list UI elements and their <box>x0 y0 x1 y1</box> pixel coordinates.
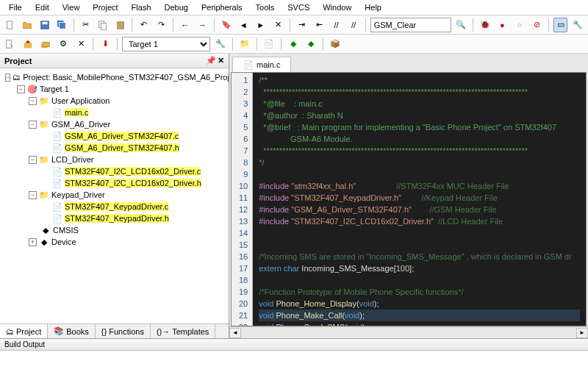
tree-node[interactable]: −🗂Project: Basic_MobilePhone_STM32F407_G… <box>1 71 227 83</box>
code-content[interactable]: /** ************************************… <box>253 73 586 326</box>
menu-window[interactable]: Window <box>317 1 357 13</box>
collapse-icon[interactable]: − <box>5 74 10 82</box>
expand-icon[interactable]: + <box>29 238 37 246</box>
panel-close-icon[interactable]: ✕ <box>218 56 224 65</box>
rebuild-icon[interactable] <box>38 37 53 51</box>
tree-label: LCD_Driver <box>51 155 93 164</box>
scroll-left-icon[interactable]: ◄ <box>229 328 241 338</box>
menu-debug[interactable]: Debug <box>159 1 194 13</box>
tree-label: CMSIS <box>53 226 79 235</box>
tree-node[interactable]: −🎯Target 1 <box>1 83 227 95</box>
code-editor[interactable]: 1234567891011121314151617181920212223242… <box>231 72 587 326</box>
menu-file[interactable]: File <box>3 1 28 13</box>
find-next-icon[interactable]: 🔍 <box>454 18 468 32</box>
tree-label: Keypad_Driver <box>51 190 105 199</box>
build-output-content[interactable] <box>0 351 588 372</box>
horizontal-scrollbar[interactable]: ◄ ► <box>229 326 588 338</box>
nav-fwd-icon[interactable]: → <box>196 18 209 32</box>
save-icon[interactable] <box>37 18 51 32</box>
tree-node[interactable]: 📄main.c <box>1 107 227 118</box>
paste-icon[interactable] <box>113 18 127 32</box>
collapse-icon[interactable]: − <box>29 156 37 164</box>
config-icon[interactable]: 🔧 <box>570 18 584 32</box>
project-tab-books[interactable]: 📚Books <box>48 324 96 338</box>
tree-icon: 📄 <box>52 143 62 153</box>
build-batch-icon[interactable]: ⚙ <box>56 37 71 51</box>
target-select[interactable]: Target 1 <box>122 37 210 51</box>
tree-node[interactable]: −📁Keypad_Driver <box>1 189 227 201</box>
menu-peripherals[interactable]: Peripherals <box>196 1 248 13</box>
tree-node[interactable]: −📁GSM_A6_Driver <box>1 118 227 130</box>
comment-icon[interactable]: // <box>329 18 343 32</box>
project-tree[interactable]: −🗂Project: Basic_MobilePhone_STM32F407_G… <box>0 68 229 323</box>
tree-node[interactable]: 📄GSM_A6_Driver_STM32F407.c <box>1 130 227 142</box>
outdent-icon[interactable]: ⇤ <box>312 18 326 32</box>
nav-back-icon[interactable]: ← <box>178 18 192 32</box>
collapse-icon[interactable]: − <box>29 97 37 105</box>
menu-view[interactable]: View <box>57 1 86 13</box>
window-icon[interactable]: ▭ <box>553 18 567 32</box>
save-all-icon[interactable] <box>54 18 68 32</box>
tree-node[interactable]: 📄STM32F407_I2C_LCD16x02_Driver.c <box>1 165 227 177</box>
menu-tools[interactable]: Tools <box>250 1 281 13</box>
tree-icon: 📄 <box>52 107 62 118</box>
books-icon[interactable]: ◆ <box>286 37 301 51</box>
tree-node[interactable]: 📄GSM_A6_Driver_STM32F407.h <box>1 142 227 154</box>
build-icon[interactable] <box>21 37 35 51</box>
debug-icon[interactable]: 🐞 <box>478 18 492 32</box>
uncomment-icon[interactable]: // <box>346 18 360 32</box>
find-combo[interactable] <box>370 18 451 32</box>
download-icon[interactable]: ⬇ <box>98 37 112 51</box>
collapse-icon[interactable]: − <box>29 191 37 199</box>
project-tabs: 🗂Project📚Books{}Functions()→Templates <box>0 323 229 338</box>
menu-edit[interactable]: Edit <box>29 1 55 13</box>
tree-node[interactable]: −📁LCD_Driver <box>1 154 227 165</box>
scroll-right-icon[interactable]: ► <box>576 328 588 338</box>
menu-flash[interactable]: Flash <box>126 1 157 13</box>
tree-label: STM32F407_I2C_LCD16x02_Driver.h <box>65 179 201 187</box>
bookmark-prev-icon[interactable]: ◄ <box>237 18 251 32</box>
undo-icon[interactable]: ↶ <box>137 18 151 32</box>
translate-icon[interactable] <box>3 37 18 51</box>
project-tab-project[interactable]: 🗂Project <box>0 324 48 338</box>
tree-node[interactable]: 📄STM32F407_KeypadDriver.c <box>1 201 227 212</box>
new-file-icon[interactable] <box>3 18 17 32</box>
tree-label: Project: Basic_MobilePhone_STM32F407_GSM… <box>23 73 229 82</box>
indent-icon[interactable]: ⇥ <box>295 18 309 32</box>
bookmark-icon[interactable]: 🔖 <box>219 18 233 32</box>
redo-icon[interactable]: ↷ <box>154 18 168 32</box>
tree-icon: 📄 <box>52 131 62 141</box>
project-tab-functions[interactable]: {}Functions <box>96 324 151 338</box>
panel-pin-icon[interactable]: 📌 <box>206 56 216 65</box>
collapse-icon[interactable]: − <box>17 85 25 93</box>
breakpoint-kill-icon[interactable]: ⊘ <box>530 18 544 32</box>
pack-installer-icon[interactable]: 📦 <box>328 37 343 51</box>
manage-rte-icon[interactable]: ◆ <box>304 37 318 51</box>
bookmark-next-icon[interactable]: ► <box>254 18 268 32</box>
project-tab-templates[interactable]: ()→Templates <box>151 324 215 338</box>
tab-icon: ()→ <box>157 327 170 336</box>
breakpoint-disable-icon[interactable]: ○ <box>512 18 526 32</box>
tree-node[interactable]: 📄STM32F407_KeypadDriver.h <box>1 212 227 224</box>
tree-node[interactable]: ◆CMSIS <box>1 224 227 236</box>
menu-help[interactable]: Help <box>359 1 387 13</box>
file-ext-icon[interactable]: 📄 <box>262 37 276 51</box>
bookmark-clear-icon[interactable]: ✕ <box>270 18 284 32</box>
menu-svcs[interactable]: SVCS <box>282 1 315 13</box>
manage-project-icon[interactable]: 📁 <box>237 37 252 51</box>
toolbar-build: ⚙ ✕ ⬇ Target 1 🔧 📁 📄 ◆ ◆ 📦 <box>0 35 588 54</box>
open-icon[interactable] <box>20 18 34 32</box>
stop-build-icon[interactable]: ✕ <box>74 37 88 51</box>
tree-node[interactable]: +◆Device <box>1 236 227 248</box>
editor-tab-main[interactable]: 📄 main.c <box>232 57 291 72</box>
copy-icon[interactable] <box>96 18 110 32</box>
cut-icon[interactable]: ✂ <box>79 18 93 32</box>
breakpoint-icon[interactable]: ● <box>495 18 509 32</box>
tree-node[interactable]: −📁User Application <box>1 95 227 107</box>
tree-node[interactable]: 📄STM32F407_I2C_LCD16x02_Driver.h <box>1 177 227 189</box>
menu-project[interactable]: Project <box>87 1 123 13</box>
collapse-icon[interactable]: − <box>29 121 37 129</box>
line-gutter: 1234567891011121314151617181920212223242… <box>232 73 253 326</box>
target-options-icon[interactable]: 🔧 <box>213 37 228 51</box>
svg-rect-6 <box>101 23 106 29</box>
